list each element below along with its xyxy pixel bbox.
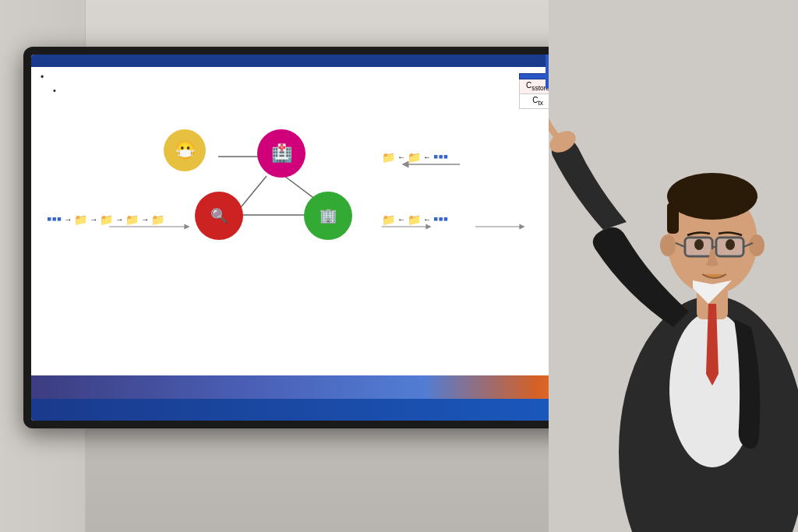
diagram-area: 😷 🏥 🔍 🏢 (31, 114, 592, 270)
patient-circle: 😷 (164, 129, 206, 171)
svg-point-24 (694, 239, 704, 250)
folder-arrow-right-2: ← (423, 153, 431, 161)
slide-header (31, 55, 592, 67)
hospital-node: 🏥 (257, 129, 305, 179)
folder-right-b1: 📁 (382, 213, 395, 226)
tv-frame: • • (23, 47, 600, 428)
svg-point-15 (660, 234, 676, 256)
researcher-node: 🔍 (195, 192, 243, 241)
folder-block-3: 📁 (100, 213, 113, 226)
patient-node: 😷 (164, 129, 206, 173)
folder-right-1: 📁 (382, 151, 395, 164)
folder-right-3: ▪▪▪ (433, 149, 448, 165)
bullet-sub: • (53, 86, 511, 95)
insurance-node: 🏢 (304, 192, 352, 241)
slide-footer: 🏛 (31, 399, 592, 421)
bullet-main: • (41, 72, 511, 83)
folder-right-2: 📁 (408, 151, 421, 164)
tv-screen: • • (31, 55, 592, 421)
folder-arrow-right-b2: ← (423, 215, 431, 224)
folder-arrow-4: → (141, 215, 149, 224)
folder-arrow-3: → (115, 215, 123, 224)
folder-block-5: 📁 (151, 213, 164, 226)
blockchain-strip (31, 375, 592, 399)
folder-arrow-right-b1: ← (397, 215, 405, 224)
folder-block-1: ▪▪▪ (47, 211, 62, 227)
right-top-data-blocks: 📁 ← 📁 ← ▪▪▪ (382, 149, 448, 165)
folder-arrow-1: → (64, 215, 72, 224)
svg-rect-14 (667, 203, 679, 234)
hospital-circle: 🏥 (257, 129, 305, 178)
slide-body: • • (31, 67, 592, 114)
slide-left-content: • • (41, 72, 511, 109)
right-bottom-data-blocks: 📁 ← 📁 ← ▪▪▪ (382, 211, 448, 227)
researcher-circle: 🔍 (195, 192, 243, 240)
folder-arrow-right-1: ← (397, 153, 405, 161)
folder-block-2: 📁 (74, 213, 87, 226)
folder-right-b2: 📁 (408, 213, 421, 226)
folder-right-b3: ▪▪▪ (433, 211, 448, 227)
insurance-circle: 🏢 (304, 192, 352, 240)
left-data-blocks: ▪▪▪ → 📁 → 📁 → 📁 → 📁 (47, 211, 164, 227)
svg-point-16 (749, 234, 764, 256)
folder-block-4: 📁 (125, 213, 139, 226)
presenter-svg (549, 0, 798, 532)
svg-point-25 (726, 239, 735, 250)
folder-arrow-2: → (90, 215, 97, 224)
svg-point-13 (667, 173, 757, 220)
